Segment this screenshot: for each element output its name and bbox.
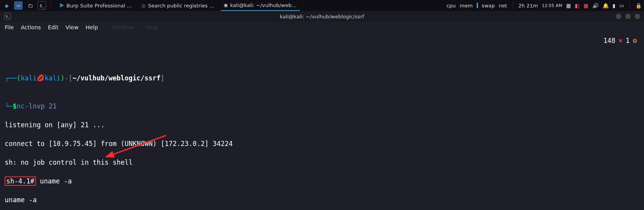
burp-icon: ⮞	[59, 3, 64, 9]
taskbar-window-browser[interactable]: ◎ Search public registries …	[138, 0, 217, 11]
terminal-count: 1	[626, 36, 630, 45]
window-title: kali@kali: ~/vulhub/weblogic/ssrf	[280, 14, 364, 20]
lock-icon[interactable]: 🔒	[635, 3, 642, 9]
taskbar-window-burp[interactable]: ⮞ Burp Suite Professional …	[56, 0, 135, 11]
uptime-label: 2h 21m	[519, 3, 538, 9]
terminal-prompt: ┌──(kali💋kali)-[~/vulhub/weblogic/ssrf]	[5, 73, 639, 83]
cube-icon[interactable]: ◧	[575, 3, 580, 9]
menu-help[interactable]: Help	[86, 24, 98, 30]
terminal-icon: ▣	[224, 3, 228, 8]
window-controls	[616, 14, 640, 19]
clock-label[interactable]: 12:55 AM	[542, 3, 562, 8]
calendar-icon[interactable]: ▦	[566, 3, 571, 9]
menu-actions[interactable]: Actions	[21, 24, 41, 30]
battery-icon[interactable]: ▮	[613, 3, 615, 9]
command-name: nc	[17, 101, 25, 111]
command-args: -lnvp 21	[25, 101, 57, 111]
terminal-col: 148	[603, 36, 615, 45]
taskbar-tray: cpu mem swap net 2h 21m 12:55 AM ▦ ◧ ▦ 🔊…	[447, 0, 642, 11]
kali-logo-icon[interactable]: ◆	[2, 1, 11, 10]
desktop-taskbar: ◆ ▭ 🗀 $_ ⮞ Burp Suite Professional … ◎ S…	[0, 0, 644, 11]
tray-separator	[513, 2, 513, 9]
browser-icon: ◎	[141, 3, 145, 9]
prompt-symbol: $	[13, 101, 16, 111]
terminal-settings-gear-icon[interactable]: ⚙	[633, 36, 637, 45]
term-line: uname -a	[5, 195, 639, 205]
terminal-launcher-icon[interactable]: $_	[38, 1, 46, 10]
mem-bar	[477, 3, 478, 8]
taskbar-left: ◆ ▭ 🗀 $_ ⮞ Burp Suite Professional … ◎ S…	[0, 0, 300, 11]
term-line: sh: no job control in this shell	[5, 158, 639, 167]
window-app-icon: $_	[4, 13, 11, 20]
terminal-command-line: └─$ nc -lnvp 21	[5, 101, 639, 111]
annotation-arrow-icon	[106, 133, 172, 161]
term-line: listening on [any] 21 ...	[5, 120, 639, 130]
workspace-icon[interactable]: ▭	[14, 1, 23, 10]
ghost-burp-menu: Window Help	[112, 24, 158, 30]
window-titlebar: $_ kali@kali: ~/vulhub/weblogic/ssrf	[0, 11, 644, 22]
bell-icon[interactable]: 🔔	[603, 3, 609, 9]
term-line: sh-4.1# uname -a	[5, 176, 639, 186]
volume-icon[interactable]: 🔊	[592, 3, 599, 9]
highlighted-shell-prompt: sh-4.1#	[5, 176, 36, 186]
file-manager-icon[interactable]: 🗀	[26, 1, 34, 10]
window-maximize-button[interactable]	[625, 14, 631, 19]
prompt-host: kali	[45, 73, 61, 83]
prompt-user: kali	[21, 73, 37, 83]
terminal-status-x-icon: ×	[619, 36, 623, 45]
term-line: connect to [10.9.75.45] from (UNKNOWN) […	[5, 139, 639, 148]
menu-file[interactable]: File	[5, 24, 14, 30]
kiss-icon: 💋	[37, 73, 45, 83]
terminal-status-bar: 148 × 1 ⚙	[603, 36, 637, 45]
grid-icon[interactable]: ▦	[583, 3, 588, 9]
taskbar-window-label: kali@kali: ~/vulhub/web…	[230, 2, 297, 8]
menu-view[interactable]: View	[66, 24, 79, 30]
tray-separator	[630, 2, 630, 9]
taskbar-window-terminal[interactable]: ▣ kali@kali: ~/vulhub/web…	[221, 0, 300, 11]
cpu-label[interactable]: cpu	[447, 3, 456, 9]
mem-label[interactable]: mem	[460, 3, 472, 9]
taskbar-window-label: Search public registries …	[148, 3, 215, 9]
net-label[interactable]: net	[499, 3, 507, 9]
prompt-path: ~/vulhub/weblogic/ssrf	[73, 73, 161, 83]
screen-icon[interactable]: ▭	[619, 3, 624, 9]
window-close-button[interactable]	[635, 14, 640, 19]
swap-label[interactable]: swap	[482, 3, 495, 9]
terminal-output[interactable]: 148 × 1 ⚙ ┌──(kali💋kali)-[~/vulhub/weblo…	[0, 33, 644, 210]
menu-edit[interactable]: Edit	[48, 24, 59, 30]
terminal-menu-bar: File Actions Edit View Help Window Help	[0, 22, 644, 33]
window-minimize-button[interactable]	[616, 14, 621, 19]
taskbar-window-label: Burp Suite Professional …	[66, 3, 132, 9]
svg-line-0	[111, 135, 166, 155]
taskbar-separator	[51, 2, 51, 9]
